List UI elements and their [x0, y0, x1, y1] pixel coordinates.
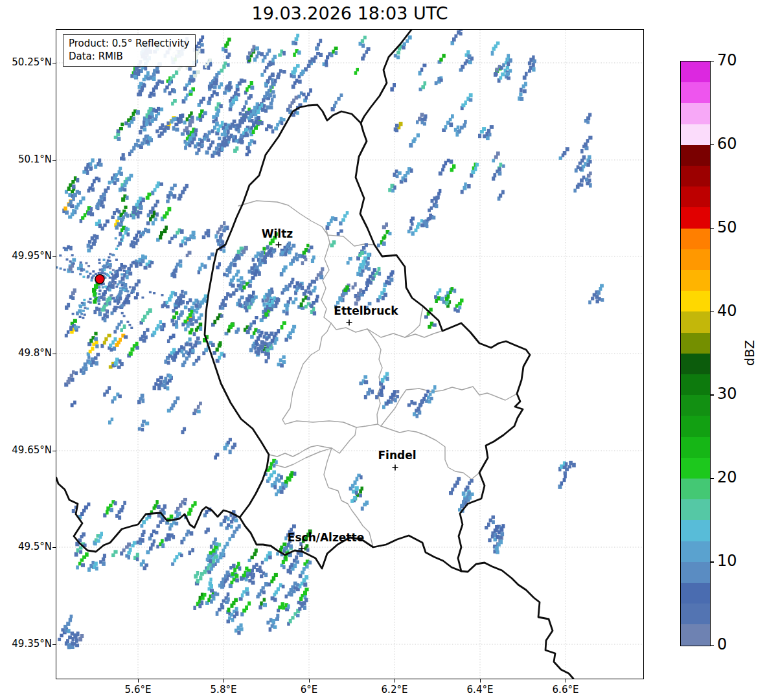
city-label-wiltz: Wiltz: [262, 227, 293, 240]
lon-tick: [480, 679, 481, 683]
lat-tick: [52, 354, 56, 354]
colorbar-step: [681, 520, 710, 541]
lon-tick: [309, 679, 310, 683]
colorbar-step: [681, 395, 710, 416]
radar-map-page: 19.03.2026 18:03 UTC Product: 0.5° Refle…: [0, 0, 767, 700]
colorbar-step: [681, 374, 710, 395]
radar-site-dot: [95, 275, 104, 284]
country-borders: [56, 30, 573, 679]
lat-tick-label: 49.8°N: [0, 347, 52, 359]
colorbar-step: [681, 62, 710, 82]
lat-tick-label: 49.5°N: [0, 541, 52, 552]
colorbar-tick-label: 50: [717, 218, 737, 236]
map-canvas: [56, 29, 644, 679]
colorbar-tick-label: 30: [717, 385, 737, 403]
colorbar-tick-label: 70: [717, 51, 737, 69]
lon-tick-label: 6°E: [280, 684, 338, 695]
page-title: 19.03.2026 18:03 UTC: [56, 3, 643, 23]
lat-tick-label: 49.65°N: [0, 444, 52, 456]
colorbar-step: [681, 82, 710, 103]
lon-tick-label: 6.2°E: [365, 684, 424, 695]
lat-tick: [52, 160, 56, 161]
colorbar-step: [681, 604, 710, 624]
colorbar-step: [681, 541, 710, 562]
colorbar-step: [681, 124, 710, 145]
product-info-box: Product: 0.5° Reflectivity Data: RMIB: [63, 34, 196, 67]
colorbar-step: [681, 270, 710, 291]
lat-tick: [52, 451, 56, 451]
city-label-ettelbruck: Ettelbruck: [334, 304, 398, 317]
colorbar-step: [681, 583, 710, 604]
colorbar-tick-label: 0: [717, 635, 727, 653]
colorbar: [680, 61, 711, 646]
colorbar-step: [681, 354, 710, 374]
colorbar-step: [681, 166, 710, 186]
lat-tick: [52, 547, 56, 548]
lat-tick-label: 50.1°N: [0, 153, 52, 165]
lat-tick-label: 50.25°N: [0, 56, 52, 68]
lat-tick-label: 49.35°N: [0, 638, 52, 649]
colorbar-step: [681, 437, 710, 458]
colorbar-step: [681, 186, 710, 207]
colorbar-step: [681, 458, 710, 479]
colorbar-tick-label: 10: [717, 552, 737, 570]
colorbar-step: [681, 207, 710, 228]
colorbar-step: [681, 562, 710, 583]
lat-tick: [52, 256, 56, 257]
city-label-findel: Findel: [378, 449, 416, 462]
lon-tick: [138, 679, 139, 683]
colorbar-tick-label: 40: [717, 302, 737, 320]
colorbar-step: [681, 311, 710, 332]
product-info-line2: Data: RMIB: [69, 50, 190, 63]
radar-echo-layer: [58, 30, 604, 649]
colorbar-tick-label: 60: [717, 135, 737, 153]
lon-tick-label: 6.4°E: [451, 684, 509, 695]
lon-tick: [223, 679, 224, 683]
colorbar-step: [681, 103, 710, 124]
colorbar-step: [681, 499, 710, 520]
product-info-line1: Product: 0.5° Reflectivity: [69, 37, 190, 50]
lon-tick: [566, 679, 566, 683]
colorbar-step: [681, 291, 710, 311]
colorbar-step: [681, 145, 710, 166]
colorbar-step: [681, 333, 710, 354]
lat-tick: [52, 63, 56, 63]
lon-tick-label: 5.8°E: [194, 684, 253, 695]
colorbar-step: [681, 249, 710, 270]
colorbar-tick-label: 20: [717, 468, 737, 486]
city-label-esch-alzette: Esch/Alzette: [288, 531, 364, 544]
lon-tick-label: 6.6°E: [536, 684, 595, 695]
colorbar-step: [681, 229, 710, 249]
colorbar-step: [681, 624, 710, 645]
colorbar-step: [681, 416, 710, 436]
colorbar-axis-label: dBZ: [742, 327, 757, 379]
lat-tick: [52, 644, 56, 645]
colorbar-step: [681, 479, 710, 499]
lon-tick-label: 5.6°E: [109, 684, 167, 695]
map-svg: [56, 30, 643, 679]
lon-tick: [395, 679, 395, 683]
lat-tick-label: 49.95°N: [0, 250, 52, 262]
